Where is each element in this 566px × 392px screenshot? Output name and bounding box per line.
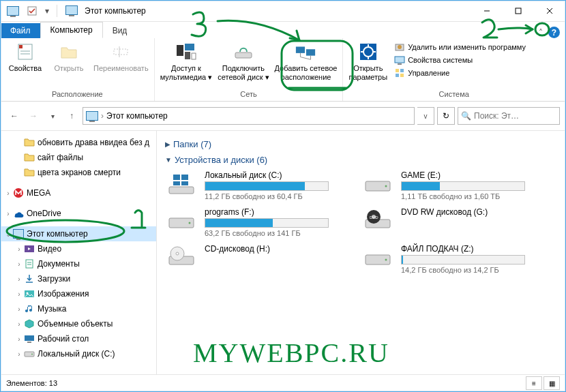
- search-field[interactable]: 🔍 Поиск: Эт…: [458, 107, 560, 125]
- video-icon: [24, 243, 35, 254]
- nav-tree[interactable]: ·обновить драва нвидеа без д·сайт файлы·…: [1, 131, 157, 374]
- expand-toggle[interactable]: ›: [14, 290, 24, 298]
- svg-rect-12: [185, 52, 190, 59]
- svg-rect-14: [235, 52, 252, 58]
- content-pane[interactable]: ▶ Папки (7) ▼ Устройства и диски (6) Лок…: [157, 131, 565, 374]
- folder-icon: [24, 137, 35, 148]
- maximize-button[interactable]: [503, 1, 534, 21]
- tree-item-label: MEGA: [27, 188, 50, 198]
- svg-point-61: [176, 252, 179, 255]
- refresh-button[interactable]: ↻: [437, 107, 455, 125]
- onedrive-icon: [13, 208, 24, 219]
- section-folders[interactable]: ▶ Папки (7): [165, 139, 557, 149]
- expand-toggle[interactable]: ›: [14, 350, 24, 358]
- tree-item[interactable]: ›Локальный диск (С:): [1, 346, 156, 361]
- properties-button[interactable]: Свойства: [3, 40, 47, 74]
- back-button[interactable]: ←: [6, 108, 23, 124]
- window-title: Этот компьютер: [83, 6, 146, 16]
- ribbon-collapse-caret[interactable]: ˄: [539, 28, 543, 37]
- tree-item[interactable]: ›Объемные объекты: [1, 316, 156, 331]
- expand-toggle[interactable]: ⌄: [3, 230, 13, 238]
- drive-freespace: 63,2 ГБ свободно из 141 ГБ: [205, 229, 342, 237]
- tree-item-label: Музыка: [38, 304, 66, 314]
- mega-icon: [13, 187, 24, 198]
- open-settings-button[interactable]: Открыть параметры: [346, 40, 390, 83]
- ribbon-group-system: Открыть параметры Удалить или изменить п…: [343, 38, 565, 101]
- expand-toggle[interactable]: ›: [14, 335, 24, 343]
- ribbon-group-network-label: Сеть: [158, 89, 340, 100]
- qat-pc-icon[interactable]: [5, 3, 21, 19]
- svg-rect-28: [395, 57, 404, 63]
- view-icons-toggle[interactable]: ▦: [543, 376, 560, 390]
- drive-icon: [165, 244, 198, 271]
- view-details-toggle[interactable]: ≡: [526, 376, 542, 390]
- tab-computer[interactable]: Компьютер: [40, 22, 103, 38]
- expand-toggle[interactable]: ›: [3, 190, 13, 197]
- objects-icon: [24, 318, 35, 329]
- expand-toggle[interactable]: ›: [14, 320, 24, 328]
- drive-freespace: 14,2 ГБ свободно из 14,2 ГБ: [401, 266, 539, 274]
- svg-rect-16: [306, 49, 315, 55]
- history-caret[interactable]: ▾: [44, 108, 61, 124]
- tree-item[interactable]: ›MEGA: [1, 185, 156, 200]
- drive-item[interactable]: GAME (E:)1,11 ТБ свободно из 1,60 ТБ: [361, 170, 539, 200]
- tree-item[interactable]: ›Документы: [1, 256, 156, 271]
- minimize-button[interactable]: [471, 1, 503, 21]
- tab-view[interactable]: Вид: [103, 23, 137, 38]
- tree-item-label: OneDrive: [27, 209, 61, 218]
- tree-item[interactable]: ·обновить драва нвидеа без д: [1, 135, 156, 150]
- pc-icon: [13, 228, 24, 239]
- status-text: Элементов: 13: [6, 379, 57, 387]
- expand-toggle[interactable]: ›: [14, 260, 24, 268]
- expand-toggle[interactable]: ›: [14, 305, 24, 313]
- qat-check-icon[interactable]: [24, 3, 40, 19]
- address-field[interactable]: › Этот компьютер: [83, 107, 415, 125]
- svg-rect-37: [26, 260, 33, 268]
- tree-item[interactable]: ›Рабочий стол: [1, 331, 156, 346]
- tab-file[interactable]: Файл: [1, 23, 40, 38]
- drive-item[interactable]: programs (F:)63,2 ГБ свободно из 141 ГБ: [165, 207, 342, 237]
- history-dropdown[interactable]: v: [417, 107, 434, 125]
- statusbar: Элементов: 13 ≡ ▦: [1, 374, 565, 391]
- qat-customize-caret[interactable]: ▾: [43, 6, 51, 16]
- system-properties-button[interactable]: Свойства системы: [393, 54, 527, 66]
- expand-toggle[interactable]: ›: [3, 210, 13, 217]
- manage-button[interactable]: Управление: [393, 67, 527, 79]
- tree-item[interactable]: ⌄Этот компьютер: [1, 226, 156, 241]
- drive-icon: [165, 207, 198, 235]
- ribbon-group-system-label: Система: [346, 89, 562, 100]
- expand-toggle[interactable]: ›: [14, 275, 24, 283]
- map-drive-button[interactable]: Подключить сетевой диск ▾: [215, 40, 271, 83]
- drive-usage-bar: [401, 255, 525, 265]
- tree-item[interactable]: ›OneDrive: [1, 206, 156, 221]
- ribbon-tabs: Файл Компьютер Вид ˄ ?: [1, 22, 565, 38]
- address-text: Этот компьютер: [106, 111, 168, 121]
- tree-item[interactable]: ›Изображения: [1, 286, 156, 301]
- drive-item[interactable]: Локальный диск (C:)11,2 ГБ свободно из 6…: [165, 170, 342, 200]
- tree-item[interactable]: ›Загрузки: [1, 271, 156, 286]
- drive-item[interactable]: CD-дисковод (H:): [165, 244, 342, 274]
- ribbon-group-location-label: Расположение: [3, 89, 151, 100]
- drive-name: ФАЙЛ ПОДКАЧ (Z:): [401, 244, 539, 254]
- tree-item[interactable]: ·сайт файлы: [1, 150, 156, 165]
- help-icon[interactable]: ?: [548, 27, 560, 38]
- section-drives[interactable]: ▼ Устройства и диски (6): [165, 155, 557, 165]
- drive-item[interactable]: DVDDVD RW дисковод (G:): [361, 207, 539, 237]
- svg-rect-15: [296, 46, 305, 52]
- close-button[interactable]: [534, 1, 565, 21]
- tree-item[interactable]: ·цвета экранов смерти: [1, 165, 156, 180]
- tree-item[interactable]: ›Видео: [1, 241, 156, 256]
- drive-item[interactable]: ФАЙЛ ПОДКАЧ (Z:)14,2 ГБ свободно из 14,2…: [361, 244, 539, 274]
- uninstall-program-button[interactable]: Удалить или изменить программу: [393, 41, 527, 53]
- qat-divider: [57, 5, 57, 17]
- svg-line-19: [301, 57, 311, 60]
- tree-item-label: цвета экранов смерти: [38, 168, 121, 177]
- tree-item-label: Изображения: [38, 289, 89, 299]
- tree-item[interactable]: ›Музыка: [1, 301, 156, 316]
- media-access-button[interactable]: Доступ к мультимедиа ▾: [158, 40, 215, 83]
- explorer-window: ▾ Этот компьютер Файл Компьютер Вид ˄ ?: [0, 0, 566, 392]
- add-network-location-button[interactable]: Добавить сетевое расположение: [272, 40, 340, 83]
- expand-toggle[interactable]: ›: [14, 245, 24, 253]
- up-button[interactable]: ↑: [63, 108, 80, 124]
- svg-rect-29: [398, 63, 402, 65]
